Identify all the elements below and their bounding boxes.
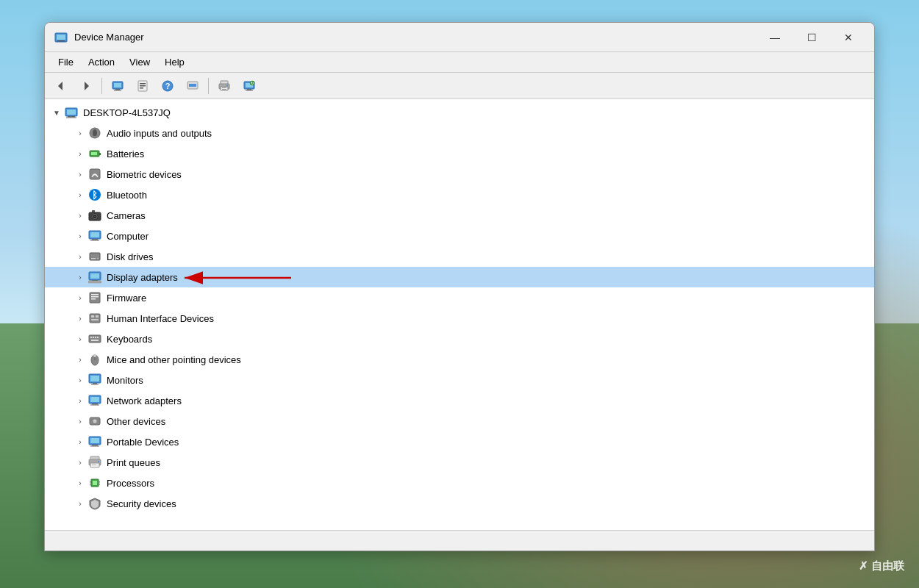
item-label: Portable Devices bbox=[107, 437, 179, 448]
tree-item[interactable]: ›Disk drives bbox=[45, 246, 874, 267]
svg-rect-83 bbox=[90, 397, 99, 402]
svg-rect-19 bbox=[221, 87, 228, 90]
svg-rect-81 bbox=[91, 384, 99, 385]
tree-item[interactable]: ›Other devices bbox=[45, 411, 874, 431]
item-chevron: › bbox=[74, 333, 86, 345]
item-icon bbox=[87, 393, 102, 408]
item-icon bbox=[87, 290, 102, 305]
item-icon bbox=[87, 352, 102, 367]
item-label: Keyboards bbox=[107, 334, 152, 345]
item-icon bbox=[87, 434, 102, 449]
svg-rect-69 bbox=[89, 335, 101, 343]
tree-item[interactable]: ›ᛒBluetooth bbox=[45, 184, 874, 205]
svg-rect-74 bbox=[91, 340, 99, 341]
svg-rect-101 bbox=[99, 481, 100, 483]
svg-rect-31 bbox=[68, 116, 75, 118]
print-button[interactable] bbox=[212, 76, 236, 96]
close-button[interactable]: ✕ bbox=[832, 26, 865, 49]
tree-item[interactable]: ›Portable Devices bbox=[45, 431, 874, 452]
svg-rect-20 bbox=[222, 87, 226, 88]
svg-rect-63 bbox=[91, 296, 99, 298]
svg-point-77 bbox=[93, 354, 96, 357]
tree-item[interactable]: ›Keyboards bbox=[45, 329, 874, 349]
scan-hardware-button[interactable]: ↻ bbox=[237, 76, 261, 96]
maximize-button[interactable]: ☐ bbox=[795, 26, 829, 49]
show-all-devices-button[interactable] bbox=[106, 76, 129, 96]
item-icon bbox=[87, 229, 102, 243]
tree-item[interactable]: ›Biometric devices bbox=[45, 164, 874, 184]
minimize-button[interactable]: — bbox=[758, 26, 792, 49]
help-icon-button[interactable]: ? bbox=[156, 76, 179, 96]
svg-point-34 bbox=[93, 129, 97, 137]
tree-item[interactable]: ›Firmware bbox=[45, 287, 874, 308]
item-icon bbox=[87, 146, 102, 161]
item-chevron: › bbox=[74, 456, 86, 468]
svg-rect-71 bbox=[93, 337, 94, 338]
back-button[interactable] bbox=[49, 76, 73, 96]
tree-item[interactable]: ›Cameras bbox=[45, 205, 874, 226]
tree-item[interactable]: ›Security devices bbox=[45, 493, 874, 514]
item-icon: ᛒ bbox=[87, 187, 102, 202]
expand-all-button[interactable] bbox=[181, 76, 204, 96]
tree-item[interactable]: ›Audio inputs and outputs bbox=[45, 123, 874, 143]
svg-rect-68 bbox=[91, 319, 99, 320]
svg-rect-65 bbox=[90, 314, 100, 323]
item-chevron: › bbox=[74, 415, 86, 427]
svg-rect-102 bbox=[99, 484, 100, 485]
svg-rect-67 bbox=[96, 315, 99, 318]
svg-rect-84 bbox=[92, 404, 98, 405]
svg-rect-85 bbox=[90, 405, 99, 406]
svg-rect-70 bbox=[90, 337, 92, 338]
properties-button[interactable] bbox=[131, 76, 154, 96]
item-icon bbox=[87, 414, 102, 429]
item-icon bbox=[87, 249, 102, 264]
window-icon bbox=[54, 30, 68, 45]
item-label: Firmware bbox=[107, 293, 146, 304]
svg-rect-66 bbox=[91, 315, 94, 318]
annotation-arrow bbox=[177, 270, 295, 286]
device-tree[interactable]: ▼ DESKTOP-4L537JQ ›Audio inputs and outp… bbox=[45, 99, 874, 530]
item-label: Bluetooth bbox=[107, 190, 147, 201]
item-label: Display adapters bbox=[107, 272, 178, 283]
svg-rect-49 bbox=[92, 239, 98, 240]
tree-root-node[interactable]: ▼ DESKTOP-4L537JQ bbox=[45, 102, 874, 123]
tree-item[interactable]: ›Human Interface Devices bbox=[45, 308, 874, 329]
svg-rect-25 bbox=[247, 89, 251, 90]
svg-rect-73 bbox=[97, 337, 99, 338]
svg-rect-35 bbox=[93, 136, 96, 137]
item-chevron: › bbox=[74, 251, 86, 262]
tree-item[interactable]: ›Display adapters bbox=[45, 267, 874, 287]
tree-item[interactable]: ›Mice and other pointing devices bbox=[45, 349, 874, 370]
window-title: Device Manager bbox=[74, 32, 758, 43]
svg-rect-16 bbox=[189, 84, 196, 87]
svg-rect-96 bbox=[98, 461, 99, 462]
svg-rect-32 bbox=[66, 118, 76, 118]
forward-button[interactable] bbox=[74, 76, 98, 96]
svg-rect-64 bbox=[91, 298, 96, 300]
tree-item[interactable]: ›Processors bbox=[45, 473, 874, 493]
toolbar: ? bbox=[45, 73, 874, 99]
item-chevron: › bbox=[74, 168, 86, 180]
item-label: Mice and other pointing devices bbox=[107, 354, 241, 365]
tree-item[interactable]: ›Monitors bbox=[45, 370, 874, 390]
tree-item[interactable]: ›Print queues bbox=[45, 452, 874, 473]
svg-rect-79 bbox=[90, 376, 99, 381]
tree-item[interactable]: ›Batteries bbox=[45, 143, 874, 164]
tree-item[interactable]: ›Computer bbox=[45, 226, 874, 246]
svg-rect-55 bbox=[90, 273, 99, 279]
svg-rect-100 bbox=[90, 484, 91, 485]
root-label: DESKTOP-4L537JQ bbox=[83, 107, 171, 118]
menu-view[interactable]: View bbox=[122, 55, 157, 69]
svg-rect-26 bbox=[246, 90, 253, 90]
tree-item[interactable]: ›Network adapters bbox=[45, 390, 874, 411]
svg-rect-8 bbox=[114, 90, 121, 90]
svg-rect-37 bbox=[99, 153, 101, 155]
svg-text:?: ? bbox=[165, 82, 171, 90]
item-chevron: › bbox=[74, 230, 86, 242]
toolbar-separator-2 bbox=[208, 78, 209, 94]
menu-file[interactable]: File bbox=[51, 55, 81, 69]
menu-help[interactable]: Help bbox=[157, 55, 192, 69]
svg-rect-1 bbox=[57, 35, 65, 40]
item-chevron: › bbox=[74, 395, 86, 406]
menu-action[interactable]: Action bbox=[81, 55, 122, 69]
